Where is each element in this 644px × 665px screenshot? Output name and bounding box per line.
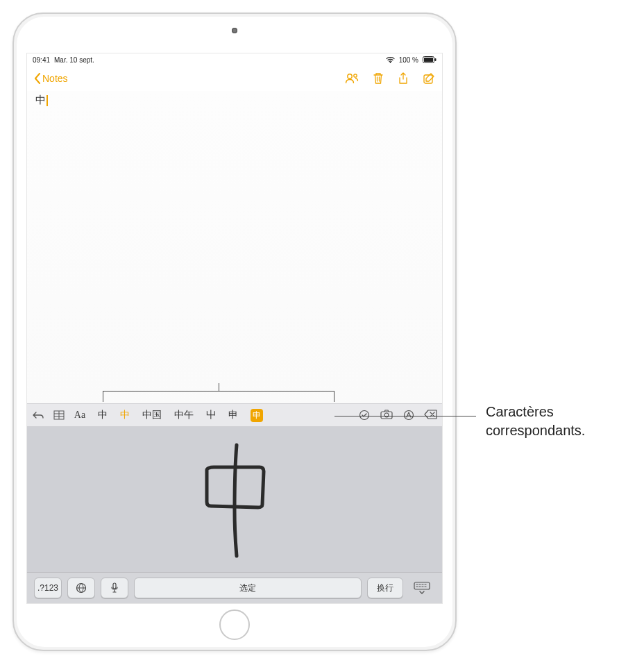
globe-icon: [76, 582, 87, 594]
candidate-right-tools: [357, 410, 438, 421]
people-icon[interactable]: [345, 72, 359, 85]
ipad-frame: 09:41 Mar. 10 sept. 100 % Notes: [12, 12, 457, 651]
globe-button[interactable]: [67, 578, 95, 598]
candidate-3[interactable]: 中国: [142, 409, 162, 421]
back-label: Notes: [42, 73, 68, 84]
svg-rect-14: [414, 582, 430, 589]
mode-switch-button[interactable]: .?123: [34, 578, 62, 598]
format-icon[interactable]: Aa: [73, 410, 87, 421]
candidate-list: 中 中 中国 中午 屮 申 申: [94, 409, 350, 422]
microphone-icon: [110, 582, 119, 594]
markup-circle-icon[interactable]: [402, 410, 416, 421]
svg-point-5: [354, 74, 357, 77]
status-left: 09:41 Mar. 10 sept.: [33, 56, 94, 64]
callout-line2: correspondants.: [486, 423, 585, 438]
callout-line1: Caractères: [486, 404, 554, 419]
spacebar-select-button[interactable]: 选定: [134, 578, 362, 598]
table-icon[interactable]: [52, 410, 66, 420]
candidate-7-badge[interactable]: 申: [251, 409, 263, 422]
home-button[interactable]: [219, 609, 250, 640]
text-cursor: [46, 95, 48, 106]
candidate-bar: Aa 中 中 中国 中午 屮 申 申: [27, 403, 442, 427]
wifi-icon: [386, 56, 395, 63]
backspace-icon[interactable]: [424, 410, 438, 421]
note-typed-character: 中: [35, 94, 46, 107]
callout-bracket: [103, 391, 334, 402]
svg-rect-3: [435, 58, 437, 61]
status-battery-text: 100 %: [399, 56, 418, 64]
camera-icon[interactable]: [380, 410, 393, 421]
trash-icon[interactable]: [373, 72, 384, 85]
callout-leader-line: [334, 416, 476, 416]
status-right: 100 %: [386, 56, 437, 64]
status-date: Mar. 10 sept.: [54, 56, 94, 64]
dictation-button[interactable]: [101, 578, 128, 598]
note-content-area[interactable]: 中: [27, 91, 442, 403]
checkmark-circle-icon[interactable]: [357, 410, 371, 421]
back-button[interactable]: Notes: [34, 73, 68, 84]
candidate-5[interactable]: 屮: [206, 409, 216, 421]
undo-icon[interactable]: [31, 410, 45, 420]
callout-bracket-stem: [219, 383, 219, 392]
candidate-6[interactable]: 申: [228, 409, 238, 421]
candidate-1[interactable]: 中: [98, 409, 108, 421]
compose-icon[interactable]: [423, 72, 435, 85]
screen: 09:41 Mar. 10 sept. 100 % Notes: [26, 53, 443, 604]
svg-point-4: [348, 74, 352, 78]
status-bar: 09:41 Mar. 10 sept. 100 %: [27, 53, 442, 66]
svg-point-0: [389, 62, 391, 63]
chevron-left-icon: [34, 73, 41, 84]
keyboard-bottom-row: .?123 选定 换行: [27, 573, 442, 603]
candidate-2[interactable]: 中: [120, 409, 130, 421]
handwritten-stroke: [193, 441, 276, 559]
return-button[interactable]: 换行: [367, 578, 403, 598]
battery-icon: [423, 56, 437, 63]
callout-label: Caractères correspondants.: [486, 403, 585, 440]
nav-icons: [345, 72, 435, 85]
svg-rect-2: [424, 58, 433, 62]
status-time: 09:41: [33, 56, 50, 64]
front-camera: [232, 28, 237, 33]
share-icon[interactable]: [398, 72, 409, 85]
handwriting-touchpad[interactable]: [27, 427, 442, 573]
svg-rect-13: [113, 583, 116, 589]
svg-point-8: [360, 411, 369, 420]
candidate-4[interactable]: 中午: [174, 409, 194, 421]
nav-bar: Notes: [27, 66, 442, 91]
dismiss-keyboard-button[interactable]: [409, 578, 435, 598]
keyboard-dismiss-icon: [414, 582, 430, 594]
svg-point-10: [384, 413, 389, 417]
